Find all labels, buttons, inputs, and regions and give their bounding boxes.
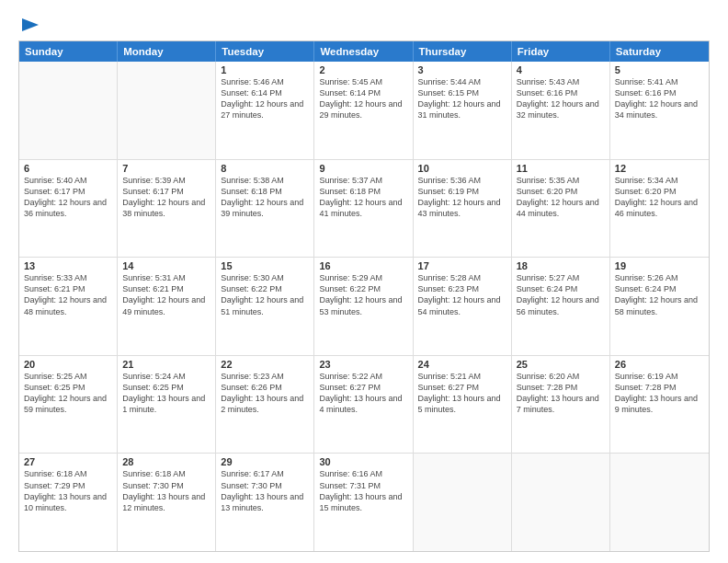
day-number: 9 bbox=[319, 163, 407, 174]
day-number: 23 bbox=[319, 359, 407, 370]
calendar-cell: 8Sunrise: 5:38 AM Sunset: 6:18 PM Daylig… bbox=[216, 160, 314, 258]
weekday-header: Sunday bbox=[19, 41, 118, 62]
calendar-cell bbox=[610, 454, 709, 551]
day-number: 29 bbox=[221, 456, 309, 467]
weekday-header: Monday bbox=[118, 41, 216, 62]
day-number: 19 bbox=[615, 260, 704, 271]
cell-sun-info: Sunrise: 5:25 AM Sunset: 6:25 PM Dayligh… bbox=[24, 371, 112, 416]
weekday-header: Thursday bbox=[414, 41, 512, 62]
cell-sun-info: Sunrise: 6:18 AM Sunset: 7:29 PM Dayligh… bbox=[24, 468, 112, 513]
cell-sun-info: Sunrise: 5:33 AM Sunset: 6:21 PM Dayligh… bbox=[24, 272, 112, 317]
cell-sun-info: Sunrise: 6:18 AM Sunset: 7:30 PM Dayligh… bbox=[122, 468, 210, 513]
calendar-cell: 27Sunrise: 6:18 AM Sunset: 7:29 PM Dayli… bbox=[19, 454, 118, 551]
calendar-cell bbox=[118, 62, 216, 159]
cell-sun-info: Sunrise: 5:24 AM Sunset: 6:25 PM Dayligh… bbox=[122, 371, 210, 416]
calendar-cell: 3Sunrise: 5:44 AM Sunset: 6:15 PM Daylig… bbox=[414, 62, 512, 159]
calendar-cell: 22Sunrise: 5:23 AM Sunset: 6:26 PM Dayli… bbox=[216, 356, 314, 454]
day-number: 18 bbox=[517, 260, 605, 271]
calendar-cell: 2Sunrise: 5:45 AM Sunset: 6:14 PM Daylig… bbox=[314, 62, 413, 159]
cell-sun-info: Sunrise: 5:41 AM Sunset: 6:16 PM Dayligh… bbox=[615, 76, 704, 121]
calendar-cell: 5Sunrise: 5:41 AM Sunset: 6:16 PM Daylig… bbox=[610, 62, 709, 159]
calendar-cell: 20Sunrise: 5:25 AM Sunset: 6:25 PM Dayli… bbox=[19, 356, 118, 454]
cell-sun-info: Sunrise: 5:21 AM Sunset: 6:27 PM Dayligh… bbox=[418, 371, 506, 416]
weekday-header: Tuesday bbox=[216, 41, 314, 62]
page: SundayMondayTuesdayWednesdayThursdayFrid… bbox=[0, 0, 728, 563]
day-number: 3 bbox=[418, 64, 506, 75]
cell-sun-info: Sunrise: 5:28 AM Sunset: 6:23 PM Dayligh… bbox=[418, 272, 506, 317]
calendar-cell: 19Sunrise: 5:26 AM Sunset: 6:24 PM Dayli… bbox=[610, 258, 709, 355]
day-number: 10 bbox=[418, 163, 506, 174]
cell-sun-info: Sunrise: 5:46 AM Sunset: 6:14 PM Dayligh… bbox=[221, 76, 309, 121]
day-number: 20 bbox=[24, 359, 112, 370]
calendar-row: 13Sunrise: 5:33 AM Sunset: 6:21 PM Dayli… bbox=[19, 258, 709, 356]
day-number: 28 bbox=[122, 456, 210, 467]
calendar-cell bbox=[512, 454, 610, 551]
cell-sun-info: Sunrise: 5:38 AM Sunset: 6:18 PM Dayligh… bbox=[221, 175, 309, 220]
cell-sun-info: Sunrise: 5:30 AM Sunset: 6:22 PM Dayligh… bbox=[221, 272, 309, 317]
svg-marker-0 bbox=[22, 18, 39, 31]
cell-sun-info: Sunrise: 5:23 AM Sunset: 6:26 PM Dayligh… bbox=[221, 371, 309, 416]
cell-sun-info: Sunrise: 5:45 AM Sunset: 6:14 PM Dayligh… bbox=[319, 76, 407, 121]
day-number: 25 bbox=[517, 359, 605, 370]
cell-sun-info: Sunrise: 5:35 AM Sunset: 6:20 PM Dayligh… bbox=[517, 175, 605, 220]
day-number: 15 bbox=[221, 260, 309, 271]
calendar-cell bbox=[19, 62, 118, 159]
day-number: 30 bbox=[319, 456, 407, 467]
cell-sun-info: Sunrise: 6:16 AM Sunset: 7:31 PM Dayligh… bbox=[319, 468, 407, 513]
calendar-cell: 4Sunrise: 5:43 AM Sunset: 6:16 PM Daylig… bbox=[512, 62, 610, 159]
calendar-cell: 28Sunrise: 6:18 AM Sunset: 7:30 PM Dayli… bbox=[118, 454, 216, 551]
calendar-cell: 30Sunrise: 6:16 AM Sunset: 7:31 PM Dayli… bbox=[314, 454, 413, 551]
day-number: 16 bbox=[319, 260, 407, 271]
day-number: 11 bbox=[517, 163, 605, 174]
day-number: 2 bbox=[319, 64, 407, 75]
calendar-cell: 16Sunrise: 5:29 AM Sunset: 6:22 PM Dayli… bbox=[314, 258, 413, 355]
calendar-cell: 7Sunrise: 5:39 AM Sunset: 6:17 PM Daylig… bbox=[118, 160, 216, 258]
calendar-cell: 9Sunrise: 5:37 AM Sunset: 6:18 PM Daylig… bbox=[314, 160, 413, 258]
calendar-header: SundayMondayTuesdayWednesdayThursdayFrid… bbox=[19, 41, 709, 62]
calendar-cell: 29Sunrise: 6:17 AM Sunset: 7:30 PM Dayli… bbox=[216, 454, 314, 551]
logo-flag-icon bbox=[20, 17, 40, 33]
calendar-cell bbox=[414, 454, 512, 551]
day-number: 12 bbox=[615, 163, 704, 174]
day-number: 17 bbox=[418, 260, 506, 271]
calendar-cell: 21Sunrise: 5:24 AM Sunset: 6:25 PM Dayli… bbox=[118, 356, 216, 454]
calendar-row: 1Sunrise: 5:46 AM Sunset: 6:14 PM Daylig… bbox=[19, 62, 709, 160]
day-number: 6 bbox=[24, 163, 112, 174]
calendar-cell: 23Sunrise: 5:22 AM Sunset: 6:27 PM Dayli… bbox=[314, 356, 413, 454]
calendar: SundayMondayTuesdayWednesdayThursdayFrid… bbox=[18, 40, 710, 552]
calendar-row: 27Sunrise: 6:18 AM Sunset: 7:29 PM Dayli… bbox=[19, 454, 709, 551]
calendar-cell: 17Sunrise: 5:28 AM Sunset: 6:23 PM Dayli… bbox=[414, 258, 512, 355]
calendar-cell: 11Sunrise: 5:35 AM Sunset: 6:20 PM Dayli… bbox=[512, 160, 610, 258]
calendar-cell: 6Sunrise: 5:40 AM Sunset: 6:17 PM Daylig… bbox=[19, 160, 118, 258]
cell-sun-info: Sunrise: 5:34 AM Sunset: 6:20 PM Dayligh… bbox=[615, 175, 704, 220]
calendar-cell: 1Sunrise: 5:46 AM Sunset: 6:14 PM Daylig… bbox=[216, 62, 314, 159]
day-number: 24 bbox=[418, 359, 506, 370]
calendar-cell: 18Sunrise: 5:27 AM Sunset: 6:24 PM Dayli… bbox=[512, 258, 610, 355]
cell-sun-info: Sunrise: 5:43 AM Sunset: 6:16 PM Dayligh… bbox=[517, 76, 605, 121]
calendar-cell: 25Sunrise: 6:20 AM Sunset: 7:28 PM Dayli… bbox=[512, 356, 610, 454]
calendar-cell: 26Sunrise: 6:19 AM Sunset: 7:28 PM Dayli… bbox=[610, 356, 709, 454]
logo bbox=[18, 17, 40, 33]
calendar-cell: 13Sunrise: 5:33 AM Sunset: 6:21 PM Dayli… bbox=[19, 258, 118, 355]
cell-sun-info: Sunrise: 5:39 AM Sunset: 6:17 PM Dayligh… bbox=[122, 175, 210, 220]
cell-sun-info: Sunrise: 5:44 AM Sunset: 6:15 PM Dayligh… bbox=[418, 76, 506, 121]
calendar-body: 1Sunrise: 5:46 AM Sunset: 6:14 PM Daylig… bbox=[19, 62, 709, 551]
day-number: 14 bbox=[122, 260, 210, 271]
cell-sun-info: Sunrise: 5:36 AM Sunset: 6:19 PM Dayligh… bbox=[418, 175, 506, 220]
cell-sun-info: Sunrise: 5:40 AM Sunset: 6:17 PM Dayligh… bbox=[24, 175, 112, 220]
cell-sun-info: Sunrise: 6:17 AM Sunset: 7:30 PM Dayligh… bbox=[221, 468, 309, 513]
weekday-header: Saturday bbox=[610, 41, 709, 62]
day-number: 13 bbox=[24, 260, 112, 271]
cell-sun-info: Sunrise: 6:20 AM Sunset: 7:28 PM Dayligh… bbox=[517, 371, 605, 416]
cell-sun-info: Sunrise: 5:29 AM Sunset: 6:22 PM Dayligh… bbox=[319, 272, 407, 317]
cell-sun-info: Sunrise: 6:19 AM Sunset: 7:28 PM Dayligh… bbox=[615, 371, 704, 416]
day-number: 21 bbox=[122, 359, 210, 370]
calendar-cell: 10Sunrise: 5:36 AM Sunset: 6:19 PM Dayli… bbox=[414, 160, 512, 258]
day-number: 26 bbox=[615, 359, 704, 370]
cell-sun-info: Sunrise: 5:26 AM Sunset: 6:24 PM Dayligh… bbox=[615, 272, 704, 317]
day-number: 8 bbox=[221, 163, 309, 174]
cell-sun-info: Sunrise: 5:27 AM Sunset: 6:24 PM Dayligh… bbox=[517, 272, 605, 317]
calendar-cell: 14Sunrise: 5:31 AM Sunset: 6:21 PM Dayli… bbox=[118, 258, 216, 355]
calendar-cell: 12Sunrise: 5:34 AM Sunset: 6:20 PM Dayli… bbox=[610, 160, 709, 258]
header bbox=[18, 17, 710, 33]
